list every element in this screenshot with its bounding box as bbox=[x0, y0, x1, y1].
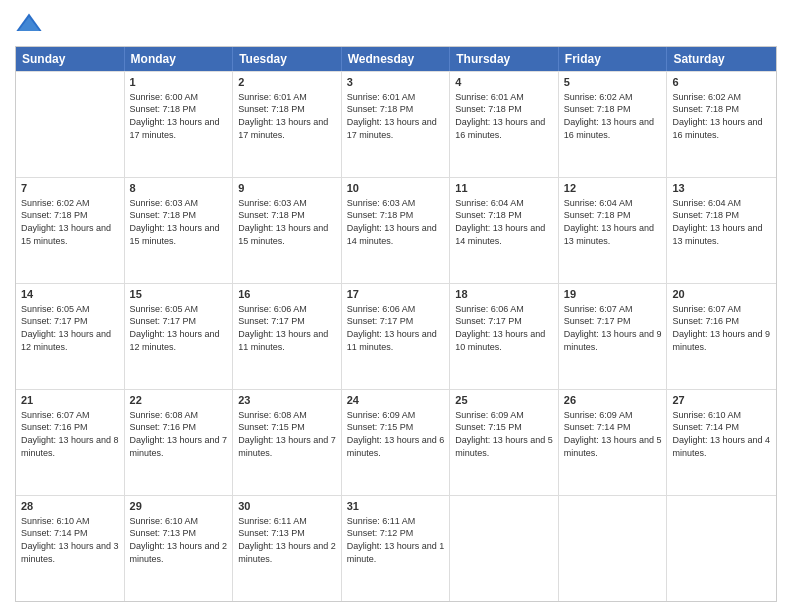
day-of-week-header: Monday bbox=[125, 47, 234, 71]
day-number: 7 bbox=[21, 181, 119, 196]
day-of-week-header: Sunday bbox=[16, 47, 125, 71]
day-info: Sunrise: 6:04 AM Sunset: 7:18 PM Dayligh… bbox=[672, 197, 771, 247]
day-info: Sunrise: 6:03 AM Sunset: 7:18 PM Dayligh… bbox=[130, 197, 228, 247]
calendar-cell: 7Sunrise: 6:02 AM Sunset: 7:18 PM Daylig… bbox=[16, 178, 125, 283]
calendar-cell: 2Sunrise: 6:01 AM Sunset: 7:18 PM Daylig… bbox=[233, 72, 342, 177]
day-number: 11 bbox=[455, 181, 553, 196]
day-info: Sunrise: 6:10 AM Sunset: 7:14 PM Dayligh… bbox=[21, 515, 119, 565]
calendar-cell: 29Sunrise: 6:10 AM Sunset: 7:13 PM Dayli… bbox=[125, 496, 234, 601]
day-number: 2 bbox=[238, 75, 336, 90]
calendar-cell: 11Sunrise: 6:04 AM Sunset: 7:18 PM Dayli… bbox=[450, 178, 559, 283]
day-number: 31 bbox=[347, 499, 445, 514]
day-number: 13 bbox=[672, 181, 771, 196]
calendar-cell: 12Sunrise: 6:04 AM Sunset: 7:18 PM Dayli… bbox=[559, 178, 668, 283]
day-info: Sunrise: 6:10 AM Sunset: 7:14 PM Dayligh… bbox=[672, 409, 771, 459]
day-info: Sunrise: 6:02 AM Sunset: 7:18 PM Dayligh… bbox=[21, 197, 119, 247]
day-number: 21 bbox=[21, 393, 119, 408]
calendar-week-row: 14Sunrise: 6:05 AM Sunset: 7:17 PM Dayli… bbox=[16, 283, 776, 389]
calendar-cell: 15Sunrise: 6:05 AM Sunset: 7:17 PM Dayli… bbox=[125, 284, 234, 389]
calendar-cell: 14Sunrise: 6:05 AM Sunset: 7:17 PM Dayli… bbox=[16, 284, 125, 389]
logo-icon bbox=[15, 10, 43, 38]
calendar-cell: 17Sunrise: 6:06 AM Sunset: 7:17 PM Dayli… bbox=[342, 284, 451, 389]
day-number: 8 bbox=[130, 181, 228, 196]
calendar-cell: 22Sunrise: 6:08 AM Sunset: 7:16 PM Dayli… bbox=[125, 390, 234, 495]
day-number: 28 bbox=[21, 499, 119, 514]
day-number: 14 bbox=[21, 287, 119, 302]
day-info: Sunrise: 6:02 AM Sunset: 7:18 PM Dayligh… bbox=[672, 91, 771, 141]
page: SundayMondayTuesdayWednesdayThursdayFrid… bbox=[0, 0, 792, 612]
day-info: Sunrise: 6:03 AM Sunset: 7:18 PM Dayligh… bbox=[347, 197, 445, 247]
calendar-cell: 27Sunrise: 6:10 AM Sunset: 7:14 PM Dayli… bbox=[667, 390, 776, 495]
day-info: Sunrise: 6:05 AM Sunset: 7:17 PM Dayligh… bbox=[130, 303, 228, 353]
day-number: 9 bbox=[238, 181, 336, 196]
day-number: 10 bbox=[347, 181, 445, 196]
day-info: Sunrise: 6:10 AM Sunset: 7:13 PM Dayligh… bbox=[130, 515, 228, 565]
day-number: 6 bbox=[672, 75, 771, 90]
day-number: 22 bbox=[130, 393, 228, 408]
calendar-cell bbox=[667, 496, 776, 601]
day-info: Sunrise: 6:01 AM Sunset: 7:18 PM Dayligh… bbox=[347, 91, 445, 141]
day-number: 18 bbox=[455, 287, 553, 302]
day-number: 19 bbox=[564, 287, 662, 302]
day-number: 29 bbox=[130, 499, 228, 514]
calendar-cell: 23Sunrise: 6:08 AM Sunset: 7:15 PM Dayli… bbox=[233, 390, 342, 495]
calendar-cell: 10Sunrise: 6:03 AM Sunset: 7:18 PM Dayli… bbox=[342, 178, 451, 283]
calendar-week-row: 7Sunrise: 6:02 AM Sunset: 7:18 PM Daylig… bbox=[16, 177, 776, 283]
calendar: SundayMondayTuesdayWednesdayThursdayFrid… bbox=[15, 46, 777, 602]
calendar-cell bbox=[450, 496, 559, 601]
calendar-cell: 21Sunrise: 6:07 AM Sunset: 7:16 PM Dayli… bbox=[16, 390, 125, 495]
calendar-week-row: 1Sunrise: 6:00 AM Sunset: 7:18 PM Daylig… bbox=[16, 71, 776, 177]
calendar-cell: 4Sunrise: 6:01 AM Sunset: 7:18 PM Daylig… bbox=[450, 72, 559, 177]
day-info: Sunrise: 6:09 AM Sunset: 7:15 PM Dayligh… bbox=[455, 409, 553, 459]
day-number: 25 bbox=[455, 393, 553, 408]
day-info: Sunrise: 6:11 AM Sunset: 7:13 PM Dayligh… bbox=[238, 515, 336, 565]
day-info: Sunrise: 6:09 AM Sunset: 7:15 PM Dayligh… bbox=[347, 409, 445, 459]
day-number: 5 bbox=[564, 75, 662, 90]
day-number: 12 bbox=[564, 181, 662, 196]
calendar-body: 1Sunrise: 6:00 AM Sunset: 7:18 PM Daylig… bbox=[16, 71, 776, 601]
calendar-cell: 26Sunrise: 6:09 AM Sunset: 7:14 PM Dayli… bbox=[559, 390, 668, 495]
day-number: 15 bbox=[130, 287, 228, 302]
calendar-cell: 3Sunrise: 6:01 AM Sunset: 7:18 PM Daylig… bbox=[342, 72, 451, 177]
day-number: 23 bbox=[238, 393, 336, 408]
day-of-week-header: Saturday bbox=[667, 47, 776, 71]
day-info: Sunrise: 6:11 AM Sunset: 7:12 PM Dayligh… bbox=[347, 515, 445, 565]
day-number: 1 bbox=[130, 75, 228, 90]
calendar-header: SundayMondayTuesdayWednesdayThursdayFrid… bbox=[16, 47, 776, 71]
day-number: 30 bbox=[238, 499, 336, 514]
calendar-cell: 9Sunrise: 6:03 AM Sunset: 7:18 PM Daylig… bbox=[233, 178, 342, 283]
day-info: Sunrise: 6:08 AM Sunset: 7:16 PM Dayligh… bbox=[130, 409, 228, 459]
day-info: Sunrise: 6:00 AM Sunset: 7:18 PM Dayligh… bbox=[130, 91, 228, 141]
calendar-cell: 28Sunrise: 6:10 AM Sunset: 7:14 PM Dayli… bbox=[16, 496, 125, 601]
day-number: 26 bbox=[564, 393, 662, 408]
day-info: Sunrise: 6:01 AM Sunset: 7:18 PM Dayligh… bbox=[238, 91, 336, 141]
calendar-cell: 18Sunrise: 6:06 AM Sunset: 7:17 PM Dayli… bbox=[450, 284, 559, 389]
calendar-cell: 24Sunrise: 6:09 AM Sunset: 7:15 PM Dayli… bbox=[342, 390, 451, 495]
day-info: Sunrise: 6:04 AM Sunset: 7:18 PM Dayligh… bbox=[564, 197, 662, 247]
calendar-cell: 16Sunrise: 6:06 AM Sunset: 7:17 PM Dayli… bbox=[233, 284, 342, 389]
day-info: Sunrise: 6:06 AM Sunset: 7:17 PM Dayligh… bbox=[455, 303, 553, 353]
calendar-cell: 31Sunrise: 6:11 AM Sunset: 7:12 PM Dayli… bbox=[342, 496, 451, 601]
calendar-cell: 19Sunrise: 6:07 AM Sunset: 7:17 PM Dayli… bbox=[559, 284, 668, 389]
calendar-cell: 5Sunrise: 6:02 AM Sunset: 7:18 PM Daylig… bbox=[559, 72, 668, 177]
day-info: Sunrise: 6:02 AM Sunset: 7:18 PM Dayligh… bbox=[564, 91, 662, 141]
header bbox=[15, 10, 777, 38]
day-of-week-header: Friday bbox=[559, 47, 668, 71]
day-number: 20 bbox=[672, 287, 771, 302]
day-info: Sunrise: 6:09 AM Sunset: 7:14 PM Dayligh… bbox=[564, 409, 662, 459]
day-info: Sunrise: 6:01 AM Sunset: 7:18 PM Dayligh… bbox=[455, 91, 553, 141]
calendar-cell: 13Sunrise: 6:04 AM Sunset: 7:18 PM Dayli… bbox=[667, 178, 776, 283]
day-number: 3 bbox=[347, 75, 445, 90]
calendar-cell: 30Sunrise: 6:11 AM Sunset: 7:13 PM Dayli… bbox=[233, 496, 342, 601]
day-info: Sunrise: 6:06 AM Sunset: 7:17 PM Dayligh… bbox=[238, 303, 336, 353]
day-info: Sunrise: 6:05 AM Sunset: 7:17 PM Dayligh… bbox=[21, 303, 119, 353]
day-info: Sunrise: 6:04 AM Sunset: 7:18 PM Dayligh… bbox=[455, 197, 553, 247]
calendar-cell bbox=[559, 496, 668, 601]
calendar-cell: 20Sunrise: 6:07 AM Sunset: 7:16 PM Dayli… bbox=[667, 284, 776, 389]
day-info: Sunrise: 6:07 AM Sunset: 7:16 PM Dayligh… bbox=[21, 409, 119, 459]
day-info: Sunrise: 6:07 AM Sunset: 7:16 PM Dayligh… bbox=[672, 303, 771, 353]
day-number: 27 bbox=[672, 393, 771, 408]
calendar-cell: 6Sunrise: 6:02 AM Sunset: 7:18 PM Daylig… bbox=[667, 72, 776, 177]
day-info: Sunrise: 6:06 AM Sunset: 7:17 PM Dayligh… bbox=[347, 303, 445, 353]
day-info: Sunrise: 6:03 AM Sunset: 7:18 PM Dayligh… bbox=[238, 197, 336, 247]
